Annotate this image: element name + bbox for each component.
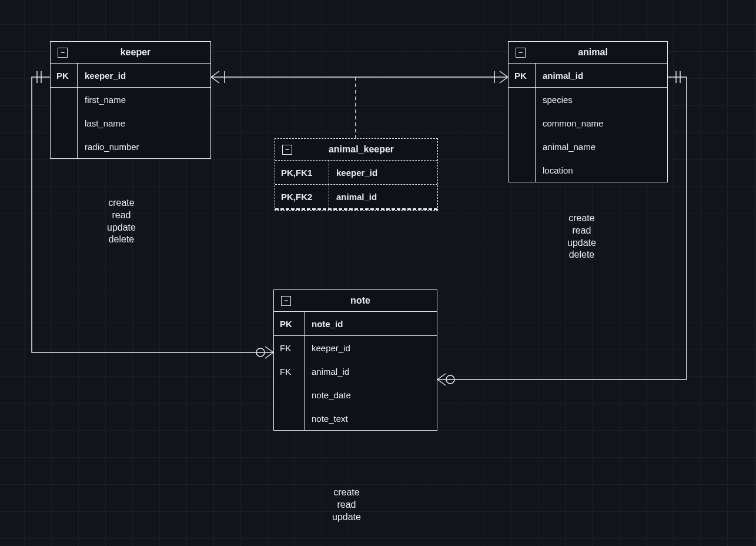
- attr-field: species: [536, 88, 667, 111]
- attr-field: last_name: [78, 111, 210, 135]
- collapse-icon[interactable]: −: [516, 48, 526, 58]
- attr-field: location: [536, 158, 667, 182]
- entity-title: keeper: [68, 47, 203, 58]
- pk-label: PK: [274, 312, 305, 335]
- field: note_date: [305, 383, 437, 407]
- key-label: PK,FK2: [275, 185, 329, 208]
- field: animal_id: [305, 359, 437, 383]
- pk-label: PK: [51, 64, 78, 87]
- attr-row: animal_name: [509, 135, 667, 158]
- crud-op: create: [567, 212, 596, 225]
- key-field: keeper_id: [329, 161, 437, 184]
- key-label: FK: [274, 359, 305, 383]
- crud-op: create: [332, 487, 361, 499]
- attr-row: note_text: [274, 407, 437, 430]
- crud-animal: create read update delete: [567, 212, 596, 261]
- collapse-icon[interactable]: −: [58, 48, 68, 58]
- field: keeper_id: [305, 336, 437, 359]
- entity-animal[interactable]: − animal PK animal_id species common_nam…: [508, 41, 668, 182]
- key-cell: [51, 111, 78, 135]
- crud-op: update: [107, 222, 136, 234]
- crud-op: delete: [567, 249, 596, 261]
- key-cell: [274, 407, 305, 430]
- key-row: PK,FK2 animal_id: [275, 185, 437, 210]
- entity-title: animal_keeper: [292, 144, 430, 155]
- attr-row: radio_number: [51, 135, 210, 158]
- pk-field: note_id: [305, 312, 437, 335]
- crud-op: update: [567, 237, 596, 249]
- attr-field: first_name: [78, 88, 210, 111]
- key-row: PK,FK1 keeper_id: [275, 161, 437, 185]
- entity-animal-keeper[interactable]: − animal_keeper PK,FK1 keeper_id PK,FK2 …: [275, 138, 438, 211]
- crud-op: update: [332, 511, 361, 524]
- attr-field: common_name: [536, 111, 667, 135]
- crud-op: create: [107, 197, 136, 209]
- collapse-icon[interactable]: −: [281, 296, 291, 306]
- entity-header: − animal_keeper: [275, 139, 437, 161]
- crud-op: delete: [107, 234, 136, 246]
- crud-op: read: [567, 225, 596, 237]
- key-cell: [51, 135, 78, 158]
- attr-row: location: [509, 158, 667, 182]
- crud-op: read: [332, 499, 361, 511]
- crud-keeper: create read update delete: [107, 197, 136, 246]
- attr-row: note_date: [274, 383, 437, 407]
- entity-title: animal: [526, 47, 660, 58]
- crud-note: create read update: [332, 487, 361, 523]
- key-cell: [509, 135, 536, 158]
- pk-field: keeper_id: [78, 64, 210, 87]
- entity-header: − note: [274, 290, 437, 312]
- attr-row: last_name: [51, 111, 210, 135]
- minus-glyph: −: [519, 49, 523, 56]
- field: note_text: [305, 407, 437, 430]
- attr-row: species: [509, 88, 667, 111]
- entity-header: − keeper: [51, 42, 210, 64]
- minus-glyph: −: [284, 297, 288, 304]
- entity-title: note: [291, 295, 430, 306]
- minus-glyph: −: [285, 146, 289, 153]
- attr-field: radio_number: [78, 135, 210, 158]
- entity-note[interactable]: − note PK note_id FK keeper_id FK animal…: [273, 289, 437, 431]
- fk-row: FK keeper_id: [274, 336, 437, 359]
- pk-field: animal_id: [536, 64, 667, 87]
- key-field: animal_id: [329, 185, 437, 208]
- crud-op: read: [107, 209, 136, 222]
- key-cell: [509, 88, 536, 111]
- pk-label: PK: [509, 64, 536, 87]
- pk-row: PK keeper_id: [51, 64, 210, 88]
- key-cell: [274, 383, 305, 407]
- attr-row: first_name: [51, 88, 210, 111]
- key-label: PK,FK1: [275, 161, 329, 184]
- key-cell: [509, 111, 536, 135]
- key-label: FK: [274, 336, 305, 359]
- entity-keeper[interactable]: − keeper PK keeper_id first_name last_na…: [50, 41, 211, 159]
- fk-row: FK animal_id: [274, 359, 437, 383]
- key-cell: [509, 158, 536, 182]
- pk-row: PK animal_id: [509, 64, 667, 88]
- attr-row: common_name: [509, 111, 667, 135]
- collapse-icon[interactable]: −: [282, 145, 292, 155]
- entity-header: − animal: [509, 42, 667, 64]
- key-cell: [51, 88, 78, 111]
- minus-glyph: −: [61, 49, 65, 56]
- attr-field: animal_name: [536, 135, 667, 158]
- pk-row: PK note_id: [274, 312, 437, 336]
